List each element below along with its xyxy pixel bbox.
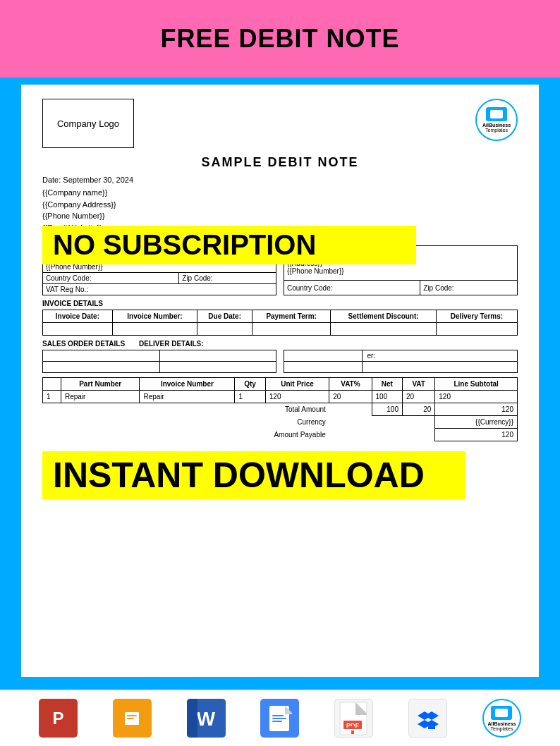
del-field2: er: (362, 350, 517, 362)
svg-text:W: W (196, 708, 215, 730)
delivery-terms-val (436, 323, 517, 336)
amount-payable-row: Amount Payable 120 (43, 429, 518, 441)
abt-line2: Templates (485, 128, 508, 133)
col-payment-term: Payment Term: (252, 310, 331, 323)
so-field2 (159, 350, 276, 362)
col-invoice-num: Invoice Number (140, 378, 235, 391)
items-table: Part Number Invoice Number Qty Unit Pric… (42, 377, 518, 441)
col-net: Net (372, 378, 402, 391)
svg-rect-9 (272, 715, 284, 716)
doc-date: Date: September 30, 2024 (42, 176, 518, 184)
col-unit-price: Unit Price (265, 378, 329, 391)
svg-rect-10 (272, 718, 286, 719)
del-field4 (362, 362, 517, 373)
company-logo-box: Company Logo (42, 99, 134, 148)
abt-bottom-icon (491, 706, 512, 720)
pdf-icon[interactable]: PDF (334, 699, 373, 738)
col-invoice-date: Invoice Date: (43, 310, 113, 323)
svg-rect-17 (351, 730, 354, 734)
ship-zip-code: Zip Code: (420, 281, 518, 295)
gdoc-svg (267, 704, 292, 733)
word-svg: W (187, 699, 226, 738)
settlement-discount-val (331, 323, 437, 336)
item-qty: 1 (235, 391, 265, 403)
doc-title: SAMPLE DEBIT NOTE (42, 155, 518, 170)
google-docs-icon[interactable] (260, 699, 299, 738)
table-row: 1 Repair Repair 1 120 20 100 20 120 (43, 391, 518, 403)
item-vat: 20 (403, 391, 435, 403)
abt-bottom-line1: AllBusiness (487, 721, 516, 726)
svg-marker-19 (425, 711, 439, 720)
col-qty: Qty (235, 378, 265, 391)
svg-marker-22 (428, 726, 435, 729)
svg-rect-2 (127, 715, 137, 716)
total-vat: 20 (403, 403, 435, 416)
total-subtotal: 120 (435, 403, 518, 416)
company-phone-field: {{Phone Number}} (42, 210, 518, 222)
col-delivery-terms: Delivery Terms: (436, 310, 517, 323)
banner-title: FREE DEBIT NOTE (160, 24, 399, 54)
doc-header: Company Logo AllBusiness Templates (42, 99, 518, 148)
deliver-details-label: DELIVER DETAILS: (139, 340, 203, 348)
no-subscription-overlay: NO SUBSCRIPTION (42, 226, 416, 264)
svg-rect-6 (187, 699, 197, 738)
so-field1 (43, 350, 160, 362)
col-invoice-number: Invoice Number: (112, 310, 197, 323)
abt-logo: AllBusiness Templates (475, 99, 518, 141)
amount-payable-label: Amount Payable (43, 429, 329, 441)
total-amount-label: Total Amount (43, 403, 329, 416)
col-part-number: Part Number (61, 378, 139, 391)
payment-term-val (252, 323, 331, 336)
item-vat-pct: 20 (329, 391, 372, 403)
company-logo-text: Company Logo (57, 118, 119, 129)
item-invoice-number: Repair (140, 391, 235, 403)
invoice-details-table: Invoice Date: Invoice Number: Due Date: … (42, 310, 518, 336)
del-field3 (284, 362, 363, 373)
sales-deliver-tables: er: (42, 350, 518, 373)
item-net: 100 (372, 391, 402, 403)
dropbox-icon[interactable] (408, 699, 447, 738)
del-field1 (284, 350, 363, 362)
pdf-svg: PDF (338, 701, 370, 736)
col-vat: VAT (403, 378, 435, 391)
col-settlement-discount: Settlement Discount: (331, 310, 437, 323)
word-icon[interactable]: W (187, 699, 226, 738)
amount-payable-val: 120 (435, 429, 518, 441)
sales-order-label: SALES ORDER DETAILS (42, 340, 125, 348)
dropbox-svg (414, 704, 442, 733)
col-due-date: Due Date: (197, 310, 252, 323)
bill-zip-code: Zip Code: (179, 273, 276, 284)
total-amount-row: Total Amount 100 20 120 (43, 403, 518, 416)
item-unit-price: 120 (265, 391, 329, 403)
so-field4 (159, 362, 276, 373)
abt-logo-icon (486, 107, 507, 121)
bottom-icons-bar: P W PDF (0, 690, 560, 746)
currency-val: {{Currency}} (435, 416, 518, 429)
abt-bottom-line2: Templates (491, 726, 513, 731)
bill-country-code: Country Code: (43, 273, 179, 284)
col-line-subtotal: Line Subtotal (435, 378, 518, 391)
svg-rect-12 (340, 702, 367, 735)
svg-rect-3 (127, 718, 134, 719)
col-vat-pct: VAT% (329, 378, 372, 391)
due-date-val (197, 323, 252, 336)
ppt-letter: P (52, 709, 63, 728)
abt-line1: AllBusiness (482, 123, 511, 128)
abt-bottom-logo[interactable]: AllBusiness Templates (482, 699, 521, 738)
slides-svg (121, 708, 142, 729)
sales-deliver-row: SALES ORDER DETAILS DELIVER DETAILS: (42, 340, 518, 348)
powerpoint-icon[interactable]: P (39, 699, 78, 738)
sales-order-table (42, 350, 276, 373)
ship-country-code: Country Code: (284, 281, 420, 295)
currency-row: Currency {{Currency}} (43, 416, 518, 429)
company-address-field: {{Company Address}} (42, 199, 518, 211)
invoice-date-val (43, 323, 113, 336)
document-container: NO SUBSCRIPTION INSTANT DOWNLOAD Company… (21, 85, 539, 677)
currency-label: Currency (43, 416, 329, 429)
item-part-number: Repair (61, 391, 139, 403)
item-row-num: 1 (43, 391, 61, 403)
total-net: 100 (372, 403, 402, 416)
google-slides-icon[interactable] (113, 699, 152, 738)
invoice-number-val (112, 323, 197, 336)
company-name-field: {{Company name}} (42, 187, 518, 199)
